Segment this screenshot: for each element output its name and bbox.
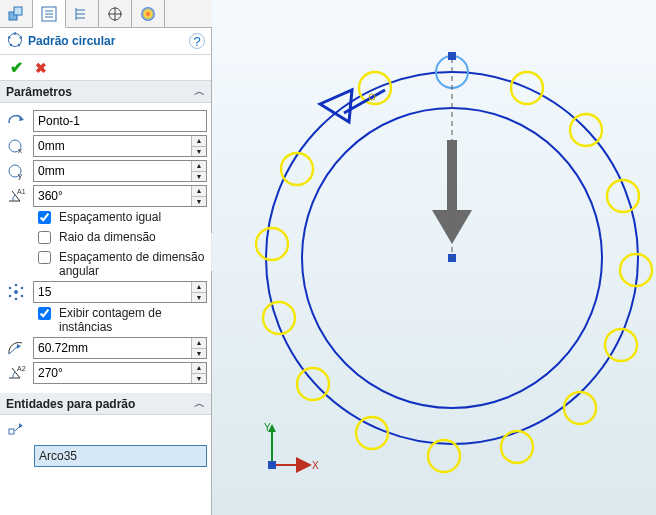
collapse-icon[interactable]: ︿ — [194, 84, 205, 99]
entities-icon — [4, 421, 28, 443]
dimension-radius-label[interactable]: Raio da dimensão — [59, 230, 156, 244]
svg-point-18 — [10, 43, 13, 46]
svg-point-59 — [256, 228, 288, 260]
entidades-body: Arco35 — [0, 415, 211, 475]
equal-spacing-label[interactable]: Espaçamento igual — [59, 210, 161, 224]
svg-point-26 — [14, 290, 18, 294]
angle-down[interactable]: ▼ — [191, 197, 206, 207]
svg-point-28 — [21, 287, 24, 290]
instances-down[interactable]: ▼ — [191, 293, 206, 303]
center-y-input[interactable] — [33, 160, 207, 182]
center-x-up[interactable]: ▲ — [191, 136, 206, 147]
parametros-body: x ▲▼ y ▲▼ A1 ▲▼ — [0, 103, 211, 393]
svg-text:y: y — [18, 171, 22, 180]
instances-up[interactable]: ▲ — [191, 282, 206, 293]
svg-point-27 — [9, 287, 12, 290]
angular-dim-spacing-checkbox[interactable] — [38, 251, 51, 264]
svg-rect-68 — [448, 52, 456, 60]
svg-point-19 — [8, 36, 11, 39]
svg-point-15 — [14, 32, 17, 35]
equal-spacing-checkbox[interactable] — [38, 211, 51, 224]
confirm-button[interactable]: ✔ — [10, 58, 23, 77]
svg-rect-36 — [9, 429, 14, 434]
svg-text:A2: A2 — [17, 365, 26, 372]
radius-up[interactable]: ▲ — [191, 338, 206, 349]
svg-point-16 — [20, 36, 23, 39]
dimension-radius-checkbox[interactable] — [38, 231, 51, 244]
sketch-pattern[interactable] — [256, 52, 652, 472]
svg-point-58 — [263, 302, 295, 334]
feature-title: Padrão circular — [28, 34, 115, 48]
feature-header: Padrão circular ? — [0, 28, 211, 55]
tab-appearances[interactable] — [132, 0, 165, 27]
svg-point-31 — [15, 284, 18, 287]
instances-input[interactable] — [33, 281, 207, 303]
entity-label: Arco35 — [39, 449, 77, 463]
section-label: Entidades para padrão — [6, 397, 135, 411]
svg-point-54 — [501, 431, 533, 463]
angle-up[interactable]: ▲ — [191, 186, 206, 197]
svg-rect-44 — [268, 461, 276, 469]
direction-arrow-icon[interactable] — [432, 140, 472, 244]
angular-dim-spacing-label[interactable]: Espaçamento de dimensão angular — [59, 250, 207, 278]
section-header-parametros[interactable]: Parâmetros ︿ — [0, 81, 211, 103]
svg-point-17 — [18, 43, 21, 46]
svg-marker-38 — [19, 423, 23, 428]
seed-angle-input[interactable] — [33, 362, 207, 384]
svg-point-53 — [564, 392, 596, 424]
origin-gizmo: X Y — [264, 422, 319, 471]
svg-point-57 — [297, 368, 329, 400]
svg-point-32 — [15, 298, 18, 301]
section-header-entidades[interactable]: Entidades para padrão ︿ — [0, 393, 211, 415]
property-panel: Padrão circular ? ✔ ✖ Parâmetros ︿ x ▲▼ — [0, 28, 212, 515]
show-instance-count-label[interactable]: Exibir contagem de instâncias — [59, 306, 207, 334]
svg-rect-1 — [14, 7, 22, 15]
svg-marker-34 — [17, 344, 21, 349]
collapse-icon[interactable]: ︿ — [194, 396, 205, 411]
svg-text:x: x — [18, 146, 22, 155]
seed-angle-icon: A2 — [4, 362, 28, 384]
svg-point-30 — [21, 295, 24, 298]
svg-marker-67 — [320, 90, 352, 122]
svg-point-29 — [9, 295, 12, 298]
tab-config[interactable] — [66, 0, 99, 27]
total-angle-icon: A1 — [4, 185, 28, 207]
section-label: Parâmetros — [6, 85, 72, 99]
instances-icon — [4, 281, 28, 303]
radius-down[interactable]: ▼ — [191, 349, 206, 359]
center-x-input[interactable] — [33, 135, 207, 157]
svg-point-13 — [141, 7, 155, 21]
svg-point-60 — [281, 153, 313, 185]
entity-item[interactable]: Arco35 — [34, 445, 207, 467]
center-point-input[interactable] — [33, 110, 207, 132]
angle-input[interactable] — [33, 185, 207, 207]
radius-icon — [4, 337, 28, 359]
tab-dimxpert[interactable] — [99, 0, 132, 27]
seed-angle-up[interactable]: ▲ — [191, 363, 206, 374]
svg-text:X: X — [312, 460, 319, 471]
help-button[interactable]: ? — [189, 33, 205, 49]
show-instance-count-checkbox[interactable] — [38, 307, 51, 320]
center-y-down[interactable]: ▼ — [191, 172, 206, 182]
svg-point-56 — [356, 417, 388, 449]
center-y-icon: y — [4, 160, 28, 182]
radius-input[interactable] — [33, 337, 207, 359]
svg-text:Y: Y — [264, 422, 271, 433]
seed-angle-down[interactable]: ▼ — [191, 374, 206, 384]
graphics-area[interactable]: X Y — [212, 0, 656, 515]
cancel-button[interactable]: ✖ — [35, 60, 47, 76]
svg-text:A1: A1 — [17, 188, 26, 195]
tab-assembly[interactable] — [0, 0, 33, 27]
center-x-icon: x — [4, 135, 28, 157]
circular-pattern-icon — [6, 31, 24, 52]
center-point-icon — [4, 110, 28, 132]
center-x-down[interactable]: ▼ — [191, 147, 206, 157]
svg-marker-65 — [432, 210, 472, 244]
tab-feature-tree[interactable] — [33, 0, 66, 28]
center-y-up[interactable]: ▲ — [191, 161, 206, 172]
confirm-cancel-row: ✔ ✖ — [0, 55, 211, 81]
